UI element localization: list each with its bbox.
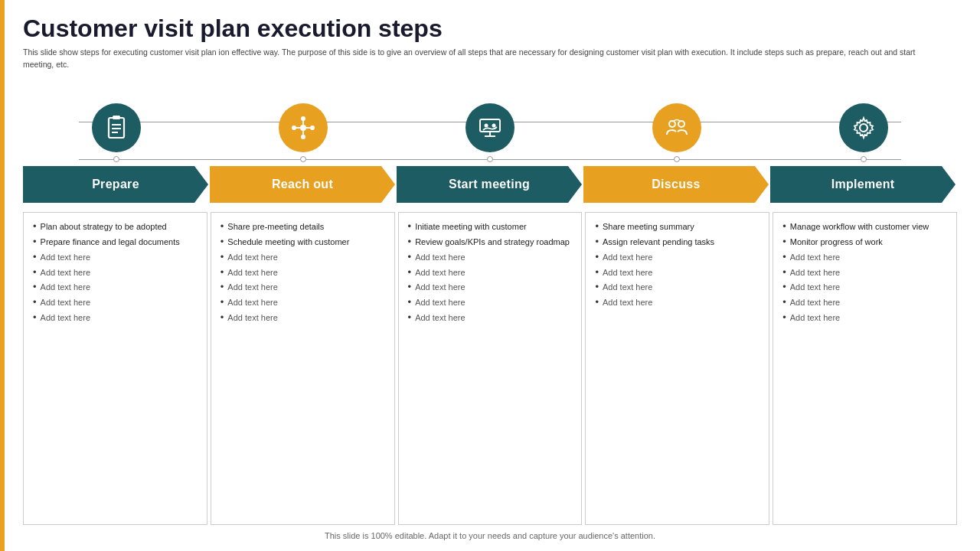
- svg-point-6: [301, 116, 305, 121]
- list-item-text: Add text here: [790, 251, 840, 264]
- list-item: Plan about strategy to be adopted: [33, 220, 199, 233]
- list-item-text: Add text here: [790, 296, 840, 309]
- connector-dot-reach-out: [300, 156, 306, 162]
- connector-row: [23, 152, 957, 166]
- list-item: Add text here: [782, 311, 949, 324]
- list-item-text: Add text here: [41, 311, 90, 324]
- list-item-text: Add text here: [790, 281, 840, 294]
- list-item: Add text here: [408, 311, 574, 324]
- list-item: Add text here: [782, 266, 949, 279]
- content-col-reach-out: Share pre-meeting detailsSchedule meetin…: [211, 212, 395, 525]
- list-item-text: Plan about strategy to be adopted: [41, 220, 167, 233]
- list-item-text: Add text here: [603, 251, 652, 264]
- icon-circle-prepare: [92, 103, 141, 152]
- list-item-text: Add text here: [41, 266, 90, 279]
- list-item: Add text here: [595, 266, 761, 279]
- content-col-start-meeting: Initiate meeting with customerReview goa…: [398, 212, 583, 525]
- icon-wrapper-implement: [770, 103, 957, 152]
- connector-dot-prepare: [113, 156, 119, 162]
- bullet-list-discuss: Share meeting summaryAssign relevant pen…: [595, 220, 761, 309]
- footer-text: This slide is 100% editable. Adapt it to…: [23, 531, 957, 543]
- list-item-text: Add text here: [603, 281, 652, 294]
- icons-row: [23, 91, 957, 152]
- list-item: Add text here: [220, 296, 387, 309]
- list-item: Add text here: [220, 281, 387, 294]
- svg-point-5: [300, 125, 306, 131]
- left-accent: [0, 0, 5, 551]
- list-item: Add text here: [782, 281, 949, 294]
- icon-wrapper-reach-out: [210, 103, 397, 152]
- step-arrow-implement: Implement: [770, 166, 956, 203]
- list-item: Add text here: [408, 281, 574, 294]
- svg-point-8: [301, 135, 305, 139]
- list-item-text: Add text here: [415, 296, 465, 309]
- list-item-text: Add text here: [41, 281, 90, 294]
- list-item: Initiate meeting with customer: [408, 220, 574, 233]
- svg-point-17: [485, 123, 488, 127]
- step-label-discuss: Discuss: [652, 178, 700, 191]
- list-item-text: Share pre-meeting details: [227, 220, 324, 233]
- list-item: Add text here: [33, 296, 199, 309]
- content-col-implement: Manage workflow with customer viewMonito…: [773, 212, 957, 525]
- page-container: Customer visit plan execution steps This…: [0, 0, 980, 551]
- list-item-text: Add text here: [790, 311, 840, 324]
- list-item-text: Add text here: [603, 296, 652, 309]
- list-item: Prepare finance and legal documents: [33, 236, 199, 249]
- list-item-text: Add text here: [790, 266, 840, 279]
- list-item-text: Add text here: [603, 266, 652, 279]
- icon-wrapper-prepare: [23, 103, 210, 152]
- connector-dot-wrapper-reach-out: [210, 156, 397, 162]
- list-item-text: Prepare finance and legal documents: [41, 236, 180, 249]
- list-item: Add text here: [595, 296, 761, 309]
- step-label-reach-out: Reach out: [272, 178, 333, 191]
- list-item-text: Review goals/KPIs and strategy roadmap: [415, 236, 570, 249]
- list-item: Add text here: [220, 311, 387, 324]
- page-subtitle: This slide show steps for executing cust…: [23, 47, 926, 71]
- list-item-text: Add text here: [227, 281, 277, 294]
- svg-point-20: [678, 121, 684, 127]
- connector-dot-discuss: [674, 156, 680, 162]
- icon-wrapper-start-meeting: [397, 103, 583, 152]
- icon-circle-implement: [839, 103, 888, 152]
- list-item-text: Assign relevant pending tasks: [603, 236, 714, 249]
- list-item: Add text here: [33, 266, 199, 279]
- connector-dot-wrapper-prepare: [23, 156, 210, 162]
- list-item: Add text here: [33, 311, 199, 324]
- step-label-prepare: Prepare: [92, 178, 139, 191]
- list-item: Add text here: [782, 296, 949, 309]
- step-arrow-start-meeting: Start meeting: [397, 166, 582, 203]
- list-item-text: Schedule meeting with customer: [227, 236, 349, 249]
- list-item-text: Monitor progress of work: [790, 236, 883, 249]
- page-title: Customer visit plan execution steps: [23, 14, 957, 43]
- svg-point-19: [669, 121, 675, 127]
- list-item: Share pre-meeting details: [220, 220, 387, 233]
- list-item-text: Share meeting summary: [603, 220, 694, 233]
- svg-point-18: [492, 123, 496, 127]
- connector-dot-wrapper-start-meeting: [397, 156, 583, 162]
- step-arrow-reach-out: Reach out: [210, 166, 395, 203]
- bullet-list-implement: Manage workflow with customer viewMonito…: [782, 220, 949, 324]
- bullet-list-prepare: Plan about strategy to be adoptedPrepare…: [33, 220, 199, 324]
- list-item: Add text here: [33, 251, 199, 264]
- list-item-text: Add text here: [415, 281, 465, 294]
- list-item: Add text here: [595, 281, 761, 294]
- steps-row: PrepareReach outStart meetingDiscussImpl…: [23, 166, 957, 203]
- list-item: Share meeting summary: [595, 220, 761, 233]
- icon-circle-start-meeting: [466, 103, 514, 152]
- list-item: Add text here: [408, 266, 574, 279]
- list-item-text: Add text here: [227, 311, 277, 324]
- timeline-section: PrepareReach outStart meetingDiscussImpl…: [23, 91, 957, 525]
- icon-circle-discuss: [652, 103, 701, 152]
- content-col-prepare: Plan about strategy to be adoptedPrepare…: [23, 212, 207, 525]
- list-item-text: Add text here: [227, 296, 277, 309]
- list-item-text: Add text here: [41, 251, 90, 264]
- header: Customer visit plan execution steps This…: [23, 14, 957, 71]
- list-item: Add text here: [595, 251, 761, 264]
- list-item-text: Add text here: [415, 266, 465, 279]
- list-item: Add text here: [220, 251, 387, 264]
- icon-circle-reach-out: [279, 103, 328, 152]
- connector-dot-start-meeting: [487, 156, 493, 162]
- list-item: Add text here: [33, 281, 199, 294]
- list-item: Add text here: [408, 251, 574, 264]
- icon-wrapper-discuss: [583, 103, 770, 152]
